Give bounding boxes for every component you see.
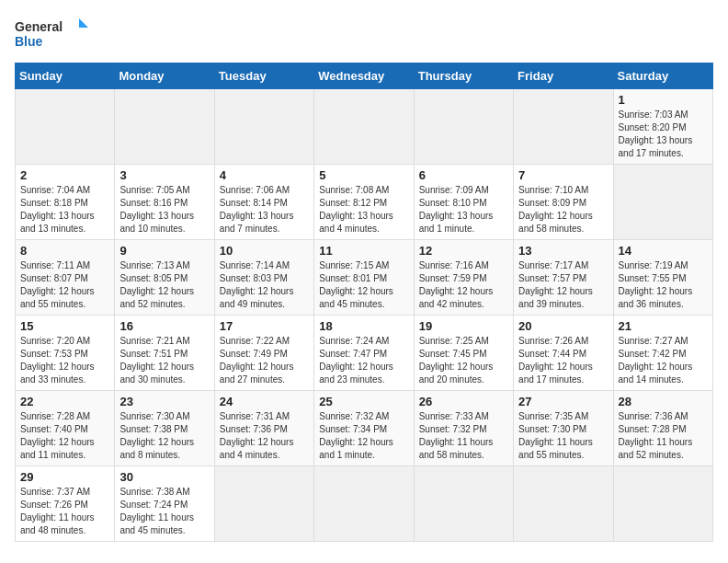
day-cell-24: 24Sunrise: 7:31 AM Sunset: 7:36 PM Dayli… — [214, 391, 313, 466]
empty-cell — [214, 89, 313, 165]
day-cell-30: 30Sunrise: 7:38 AM Sunset: 7:24 PM Dayli… — [115, 466, 214, 542]
day-cell-23: 23Sunrise: 7:30 AM Sunset: 7:38 PM Dayli… — [115, 391, 214, 466]
day-cell-2: 2Sunrise: 7:04 AM Sunset: 8:18 PM Daylig… — [16, 165, 115, 240]
calendar-header: SundayMondayTuesdayWednesdayThursdayFrid… — [16, 63, 713, 89]
day-header-sunday: Sunday — [16, 63, 115, 89]
day-cell-8: 8Sunrise: 7:11 AM Sunset: 8:07 PM Daylig… — [16, 240, 115, 316]
day-cell-4: 4Sunrise: 7:06 AM Sunset: 8:14 PM Daylig… — [214, 165, 313, 240]
day-header-tuesday: Tuesday — [214, 63, 313, 89]
day-cell-13: 13Sunrise: 7:17 AM Sunset: 7:57 PM Dayli… — [514, 240, 613, 316]
day-cell-3: 3Sunrise: 7:05 AM Sunset: 8:16 PM Daylig… — [115, 165, 214, 240]
calendar-table: SundayMondayTuesdayWednesdayThursdayFrid… — [15, 63, 713, 542]
day-cell-18: 18Sunrise: 7:24 AM Sunset: 7:47 PM Dayli… — [314, 316, 414, 391]
empty-cell — [414, 89, 513, 165]
svg-text:Blue: Blue — [15, 34, 43, 49]
logo: General Blue — [15, 15, 88, 52]
day-cell-17: 17Sunrise: 7:22 AM Sunset: 7:49 PM Dayli… — [214, 316, 313, 391]
empty-cell — [514, 89, 613, 165]
empty-cell — [214, 466, 313, 542]
calendar-week-2: 8Sunrise: 7:11 AM Sunset: 8:07 PM Daylig… — [16, 240, 713, 316]
page-header: General Blue — [15, 15, 713, 52]
day-cell-26: 26Sunrise: 7:33 AM Sunset: 7:32 PM Dayli… — [414, 391, 513, 466]
day-header-saturday: Saturday — [613, 63, 712, 89]
svg-marker-2 — [79, 18, 88, 28]
day-cell-15: 15Sunrise: 7:20 AM Sunset: 7:53 PM Dayli… — [16, 316, 115, 391]
day-cell-16: 16Sunrise: 7:21 AM Sunset: 7:51 PM Dayli… — [115, 316, 214, 391]
day-cell-21: 21Sunrise: 7:27 AM Sunset: 7:42 PM Dayli… — [613, 316, 712, 391]
day-cell-22: 22Sunrise: 7:28 AM Sunset: 7:40 PM Dayli… — [16, 391, 115, 466]
calendar-week-3: 15Sunrise: 7:20 AM Sunset: 7:53 PM Dayli… — [16, 316, 713, 391]
day-header-thursday: Thursday — [414, 63, 513, 89]
day-cell-27: 27Sunrise: 7:35 AM Sunset: 7:30 PM Dayli… — [514, 391, 613, 466]
calendar-week-1: 2Sunrise: 7:04 AM Sunset: 8:18 PM Daylig… — [16, 165, 713, 240]
empty-cell — [514, 466, 613, 542]
calendar-week-4: 22Sunrise: 7:28 AM Sunset: 7:40 PM Dayli… — [16, 391, 713, 466]
calendar-week-0: 1Sunrise: 7:03 AM Sunset: 8:20 PM Daylig… — [16, 89, 713, 165]
empty-cell — [314, 89, 414, 165]
day-cell-28: 28Sunrise: 7:36 AM Sunset: 7:28 PM Dayli… — [613, 391, 712, 466]
day-cell-7: 7Sunrise: 7:10 AM Sunset: 8:09 PM Daylig… — [514, 165, 613, 240]
empty-cell — [613, 165, 712, 240]
day-cell-9: 9Sunrise: 7:13 AM Sunset: 8:05 PM Daylig… — [115, 240, 214, 316]
calendar-week-5: 29Sunrise: 7:37 AM Sunset: 7:26 PM Dayli… — [16, 466, 713, 542]
svg-text:General: General — [15, 19, 63, 34]
logo-svg: General Blue — [15, 15, 88, 52]
day-header-monday: Monday — [115, 63, 214, 89]
day-cell-10: 10Sunrise: 7:14 AM Sunset: 8:03 PM Dayli… — [214, 240, 313, 316]
day-header-wednesday: Wednesday — [314, 63, 414, 89]
empty-cell — [115, 89, 214, 165]
empty-cell — [314, 466, 414, 542]
calendar-body: 1Sunrise: 7:03 AM Sunset: 8:20 PM Daylig… — [16, 89, 713, 542]
day-cell-29: 29Sunrise: 7:37 AM Sunset: 7:26 PM Dayli… — [16, 466, 115, 542]
day-cell-14: 14Sunrise: 7:19 AM Sunset: 7:55 PM Dayli… — [613, 240, 712, 316]
day-cell-19: 19Sunrise: 7:25 AM Sunset: 7:45 PM Dayli… — [414, 316, 513, 391]
day-cell-25: 25Sunrise: 7:32 AM Sunset: 7:34 PM Dayli… — [314, 391, 414, 466]
day-cell-1: 1Sunrise: 7:03 AM Sunset: 8:20 PM Daylig… — [613, 89, 712, 165]
empty-cell — [613, 466, 712, 542]
day-cell-5: 5Sunrise: 7:08 AM Sunset: 8:12 PM Daylig… — [314, 165, 414, 240]
empty-cell — [16, 89, 115, 165]
day-cell-6: 6Sunrise: 7:09 AM Sunset: 8:10 PM Daylig… — [414, 165, 513, 240]
empty-cell — [414, 466, 513, 542]
day-header-friday: Friday — [514, 63, 613, 89]
day-cell-20: 20Sunrise: 7:26 AM Sunset: 7:44 PM Dayli… — [514, 316, 613, 391]
day-cell-11: 11Sunrise: 7:15 AM Sunset: 8:01 PM Dayli… — [314, 240, 414, 316]
day-cell-12: 12Sunrise: 7:16 AM Sunset: 7:59 PM Dayli… — [414, 240, 513, 316]
